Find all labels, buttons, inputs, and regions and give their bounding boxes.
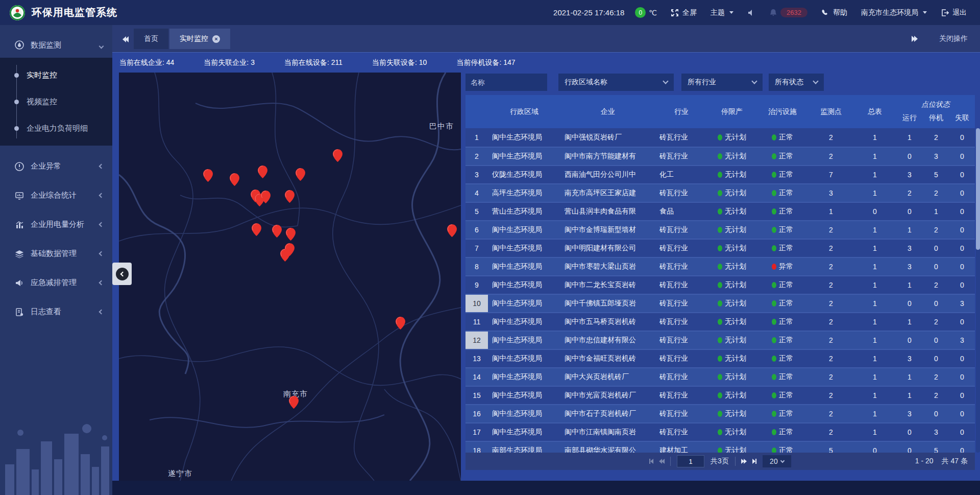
- status-dot-green-icon: [772, 227, 776, 233]
- table-row[interactable]: 14阆中生态环境局阆中大兴页岩机砖厂砖瓦行业无计划正常21120: [465, 367, 975, 386]
- sidebar-item-数据监测[interactable]: 数据监测: [0, 32, 112, 58]
- pagination-controls: 共3页 20: [649, 455, 791, 467]
- tab-close-icon[interactable]: ×: [212, 35, 220, 43]
- map-pin-icon[interactable]: [396, 317, 405, 329]
- cell-stopped: 3: [923, 423, 949, 441]
- stat-value: 10: [419, 58, 427, 66]
- sidebar-item-企业异常[interactable]: 企业异常: [0, 152, 112, 181]
- table-row[interactable]: 2阆中生态环境局阆中市南方节能建材有砖瓦行业无计划正常21030: [465, 147, 975, 165]
- table-row[interactable]: 9阆中生态环境局阆中市二龙长宝页岩砖砖瓦行业无计划正常21120: [465, 275, 975, 294]
- cell-stopped: 0: [923, 295, 949, 312]
- page-size-select[interactable]: 20: [763, 455, 791, 467]
- map-pin-icon[interactable]: [261, 191, 271, 203]
- table-row[interactable]: 3仪陇生态环境局西南油气田分公司川中化工无计划正常71350: [465, 165, 975, 183]
- cell-company: 阆中市二龙长宝页岩砖: [560, 276, 655, 294]
- status-dot-green-icon: [772, 392, 776, 398]
- cell-limit-status: 无计划: [707, 258, 756, 275]
- cell-offline: 3: [949, 332, 975, 349]
- table-row[interactable]: 7阆中生态环境局阆中明阳建材有限公司砖瓦行业无计划正常21300: [465, 239, 975, 257]
- row-index: 18: [465, 442, 488, 453]
- map-pin-icon[interactable]: [203, 169, 213, 182]
- sidebar-item-企业综合统计[interactable]: 企业综合统计: [0, 181, 112, 210]
- sidebar-item-label: 日志查看: [31, 307, 61, 317]
- sidebar-subitem-实时监控[interactable]: 实时监控: [0, 62, 112, 88]
- page-number-input[interactable]: [677, 455, 704, 467]
- table-scrollbar[interactable]: [976, 128, 980, 453]
- limit-status-label: 无计划: [725, 336, 746, 345]
- map-pin-icon[interactable]: [447, 224, 457, 237]
- first-page-button[interactable]: [649, 459, 653, 464]
- status-select[interactable]: 所有状态: [769, 74, 824, 91]
- map-pin-icon[interactable]: [280, 249, 290, 262]
- org-dropdown[interactable]: 南充市生态环境局: [861, 8, 927, 17]
- table-row[interactable]: 8阆中生态环境局阆中市枣碧大梁山页岩砖瓦行业无计划异常21300: [465, 257, 975, 275]
- row-index: 9: [465, 276, 488, 294]
- limit-status-label: 无计划: [725, 391, 746, 400]
- map-pin-icon[interactable]: [286, 228, 296, 241]
- region-select[interactable]: 行政区域名称: [558, 74, 674, 91]
- prev-page-button[interactable]: [659, 459, 664, 464]
- sidebar-subitem-视频监控[interactable]: 视频监控: [0, 88, 112, 115]
- table-row[interactable]: 10阆中生态环境局阆中千佛镇五郎垭页岩砖瓦行业无计划正常21003: [465, 294, 975, 312]
- industry-select[interactable]: 所有行业: [681, 74, 763, 91]
- sidebar-item-基础数据管理[interactable]: 基础数据管理: [0, 239, 112, 268]
- map-collapse-button[interactable]: [112, 263, 132, 285]
- table-row[interactable]: 15阆中生态环境局阆中市光富页岩机砖厂砖瓦行业无计划正常21120: [465, 386, 975, 404]
- cell-facility-status: 正常: [756, 313, 808, 331]
- table-row[interactable]: 18南部生态环境局南部县砌华水泥有限公建材加工无计划正常50050: [465, 441, 975, 453]
- sidebar-item-应急减排管理[interactable]: 应急减排管理: [0, 268, 112, 297]
- sidebar-item-企业用电量分析[interactable]: 企业用电量分析: [0, 210, 112, 239]
- table-row[interactable]: 13阆中生态环境局阆中市金福旺页岩机砖砖瓦行业无计划正常21300: [465, 349, 975, 367]
- map-pin-icon[interactable]: [285, 190, 295, 203]
- scrollbar-thumb[interactable]: [976, 128, 980, 250]
- cell-running: 3: [896, 350, 923, 367]
- table-row[interactable]: 11阆中生态环境局阆中市五马桥页岩机砖砖瓦行业无计划正常21120: [465, 312, 975, 331]
- map-pin-icon[interactable]: [252, 223, 261, 236]
- tabs-scroll-left-icon[interactable]: [116, 30, 134, 49]
- table-row[interactable]: 16阆中生态环境局阆中市石子页岩机砖厂砖瓦行业无计划正常21300: [465, 404, 975, 422]
- close-operations-button[interactable]: 关闭操作: [939, 34, 968, 43]
- cell-region: 阆中生态环境局: [488, 148, 560, 165]
- map-pin-icon[interactable]: [296, 168, 305, 181]
- row-index: 11: [465, 313, 488, 331]
- table-row[interactable]: 17阆中生态环境局阆中市江南镇阆南页岩砖瓦行业无计划正常21030: [465, 422, 975, 441]
- horn-icon: [14, 278, 24, 288]
- cell-limit-status: 无计划: [707, 221, 756, 239]
- speaker-muted-icon[interactable]: [747, 9, 755, 17]
- table-row[interactable]: 5营山生态环境局营山县润丰肉食品有限食品无计划正常10010: [465, 202, 975, 220]
- table-row[interactable]: 1阆中生态环境局阆中强锐页岩砖厂砖瓦行业无计划正常21120: [465, 128, 975, 147]
- status-dot-green-icon: [718, 172, 722, 178]
- cell-facility-status: 正常: [756, 148, 808, 165]
- tab-实时监控[interactable]: 实时监控×: [169, 29, 230, 49]
- sidebar-item-日志查看[interactable]: 日志查看: [0, 297, 112, 326]
- tab-首页[interactable]: 首页: [134, 29, 168, 49]
- help-button[interactable]: 帮助: [821, 8, 847, 17]
- logout-button[interactable]: 退出: [941, 8, 967, 17]
- name-search-input[interactable]: [465, 74, 547, 91]
- table-row[interactable]: 12阆中生态环境局阆中市忠信建材有限公砖瓦行业无计划正常21003: [465, 331, 975, 349]
- sidebar-subitem-企业电力负荷明细[interactable]: 企业电力负荷明细: [0, 115, 112, 142]
- next-page-button[interactable]: [742, 459, 747, 464]
- last-page-button[interactable]: [753, 459, 756, 464]
- map-pin-icon[interactable]: [230, 173, 239, 186]
- table-row[interactable]: 6阆中生态环境局阆中市金博瑞新型墙材砖瓦行业无计划正常21120: [465, 220, 975, 239]
- map-pin-icon[interactable]: [272, 225, 282, 238]
- cell-running: 3: [896, 405, 923, 422]
- facility-status-label: 正常: [779, 354, 793, 363]
- limit-status-label: 无计划: [725, 354, 746, 363]
- cell-company: 阆中市忠信建材有限公: [560, 332, 655, 349]
- tabs-scroll-right-icon[interactable]: [906, 29, 924, 49]
- cell-industry: 砖瓦行业: [655, 148, 707, 165]
- row-index: 17: [465, 423, 488, 441]
- table-row[interactable]: 4高坪生态环境局南充市高坪区王家店建砖瓦行业无计划正常31220: [465, 183, 975, 202]
- chevron-left-icon: [99, 164, 104, 169]
- map-pin-icon[interactable]: [258, 166, 267, 178]
- map-pin-icon[interactable]: [333, 149, 342, 162]
- fullscreen-button[interactable]: 全屏: [671, 8, 697, 17]
- column-header: 停限产: [707, 95, 756, 128]
- map-panel[interactable]: 巴中市南充市遂宁市: [119, 73, 461, 481]
- notifications[interactable]: 2632: [769, 8, 807, 17]
- map-pin-icon[interactable]: [289, 396, 299, 409]
- theme-dropdown[interactable]: 主题: [710, 8, 733, 17]
- cell-region: 营山生态环境局: [488, 203, 560, 220]
